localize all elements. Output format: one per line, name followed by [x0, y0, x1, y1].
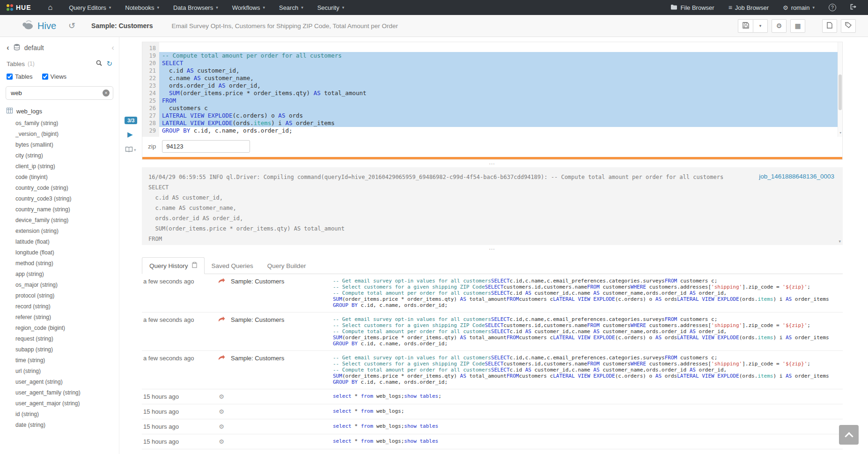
code-line[interactable]: ords.order_id AS order_id, — [159, 82, 838, 89]
logout-button[interactable] — [843, 0, 864, 15]
clear-search-icon[interactable]: × — [103, 89, 110, 97]
settings-button[interactable]: ⚙ — [772, 19, 787, 33]
resize-handle[interactable]: ⋯ — [142, 160, 843, 167]
editor-code[interactable]: -- Compute total amount per order for al… — [159, 42, 842, 137]
code-line[interactable]: SELECT — [159, 60, 838, 67]
column-item[interactable]: id (string) — [15, 409, 119, 420]
column-item[interactable]: latitude (float) — [15, 237, 119, 247]
query-icon — [212, 355, 231, 362]
column-item[interactable]: client_ip (string) — [15, 161, 119, 172]
collapse-sidebar-icon[interactable]: ‹ — [111, 43, 114, 52]
column-item[interactable]: region_code (bigint) — [15, 323, 119, 334]
nav-menu-workflows[interactable]: Workflows▾ — [225, 0, 272, 15]
code-line[interactable]: LATERAL VIEW EXPLODE(ords.items) i AS or… — [159, 119, 838, 127]
tab-saved-queries[interactable]: Saved Queries — [205, 257, 260, 274]
tab-query-history[interactable]: Query History — [142, 257, 205, 274]
save-button[interactable] — [738, 19, 753, 33]
home-icon[interactable]: ⌂ — [39, 3, 62, 12]
hue-logo[interactable]: HUE — [0, 4, 39, 11]
tab-query-builder[interactable]: Query Builder — [260, 257, 313, 274]
tables-checkbox[interactable] — [7, 74, 13, 80]
column-item[interactable]: os_major (string) — [15, 280, 119, 290]
history-row[interactable]: 15 hours ago⚙select * from web_logs;show… — [142, 449, 843, 454]
database-name[interactable]: default — [24, 44, 44, 52]
save-dropdown-button[interactable]: ▾ — [753, 19, 768, 33]
column-item[interactable]: protocol (string) — [15, 290, 119, 301]
column-item[interactable]: user_agent (string) — [15, 377, 119, 387]
column-item[interactable]: longitude (float) — [15, 247, 119, 258]
column-item[interactable]: country_code (string) — [15, 183, 119, 194]
history-row[interactable]: 15 hours ago⚙select * from web_logs; — [142, 404, 843, 419]
code-line[interactable]: -- Compute total amount per order for al… — [159, 52, 838, 60]
code-line[interactable]: SUM(order_items.price * order_items.qty)… — [159, 89, 838, 97]
column-item[interactable]: method (string) — [15, 258, 119, 269]
search-icon[interactable] — [96, 60, 102, 67]
job-link[interactable]: job_1461888648136_0003 — [759, 173, 834, 180]
column-item[interactable]: app (string) — [15, 269, 119, 280]
schedule-button[interactable]: ▦ — [790, 19, 805, 33]
resize-handle[interactable]: ⋯ — [142, 245, 843, 253]
tags-button[interactable] — [841, 19, 856, 33]
views-checkbox[interactable] — [42, 74, 48, 80]
nav-menu-security[interactable]: Security▾ — [310, 0, 352, 15]
code-line[interactable]: GROUP BY c.id, c.name, ords.order_id; — [159, 127, 838, 134]
column-item[interactable]: subapp (string) — [15, 344, 119, 355]
column-item[interactable]: bytes (smallint) — [15, 140, 119, 150]
column-item[interactable]: country_code3 (string) — [15, 194, 119, 204]
user-menu[interactable]: ⚙ romain ▾ — [776, 0, 822, 15]
history-row[interactable]: 15 hours ago⚙select * from web_logs;show… — [142, 389, 843, 404]
code-line[interactable] — [159, 45, 838, 52]
column-item[interactable]: user_agent_major (string) — [15, 398, 119, 409]
column-item[interactable]: _version_ (bigint) — [15, 129, 119, 140]
code-line[interactable]: customers c — [159, 104, 838, 112]
code-line[interactable]: c.name AS customer_name, — [159, 74, 838, 82]
code-editor[interactable]: 181920212223242526272829 -- Compute tota… — [142, 42, 842, 137]
refresh-icon[interactable]: ↻ — [106, 60, 112, 68]
column-item[interactable]: device_family (string) — [15, 215, 119, 226]
column-item[interactable]: extension (string) — [15, 226, 119, 237]
query-history-icon[interactable]: ↺ — [68, 21, 75, 31]
file-browser-button[interactable]: File Browser — [663, 0, 721, 15]
variable-input[interactable] — [162, 140, 250, 153]
history-row[interactable]: 15 hours ago⚙select * from web_logs;show… — [142, 434, 843, 449]
column-item[interactable]: referer (string) — [15, 312, 119, 323]
column-item[interactable]: request (string) — [15, 334, 119, 344]
column-item[interactable]: code (tinyint) — [15, 172, 119, 183]
history-row[interactable]: 15 hours ago⚙select * from web_logs;show… — [142, 419, 843, 434]
nav-menu-data-browsers[interactable]: Data Browsers▾ — [166, 0, 225, 15]
editor-scrollbar[interactable]: ▾ — [838, 42, 842, 137]
assist-docs-button[interactable]: ▾ — [125, 146, 136, 154]
column-item[interactable]: time (string) — [15, 355, 119, 366]
nav-menu-query-editors[interactable]: Query Editors▾ — [62, 0, 118, 15]
nav-menu-notebooks[interactable]: Notebooks▾ — [118, 0, 166, 15]
column-item[interactable]: os_family (string) — [15, 118, 119, 129]
column-item[interactable]: user_agent_family (string) — [15, 387, 119, 398]
history-row[interactable]: a few seconds agoSample: Customers-- Get… — [142, 351, 843, 389]
history-row[interactable]: a few seconds agoSample: Customers-- Get… — [142, 274, 843, 313]
scrollbar-down-icon[interactable]: ▾ — [839, 239, 841, 244]
history-row[interactable]: a few seconds agoSample: Customers-- Get… — [142, 313, 843, 351]
job-browser-button[interactable]: ≡ Job Browser — [721, 0, 776, 15]
new-document-button[interactable] — [822, 19, 837, 33]
help-button[interactable]: ? — [822, 0, 843, 15]
history-sql: select * from web_logs;show tables — [333, 423, 843, 429]
column-item[interactable]: url (string) — [15, 366, 119, 377]
column-item[interactable]: city (string) — [15, 150, 119, 161]
execute-button[interactable]: ▶ — [127, 130, 133, 139]
hive-brand[interactable]: Hive — [22, 20, 56, 32]
scrollbar-down-icon[interactable]: ▾ — [839, 129, 842, 136]
code-line[interactable]: LATERAL VIEW EXPLODE(c.orders) o AS ords — [159, 112, 838, 119]
scroll-top-button[interactable] — [839, 425, 859, 445]
code-line[interactable]: c.id AS customer_id, — [159, 67, 838, 74]
code-line[interactable]: FROM — [159, 97, 838, 104]
back-icon[interactable]: ‹ — [7, 43, 9, 52]
views-filter[interactable]: Views — [42, 73, 66, 80]
nav-menu-search[interactable]: Search▾ — [272, 0, 310, 15]
table-grid-icon — [7, 108, 13, 115]
column-item[interactable]: record (string) — [15, 301, 119, 312]
column-item[interactable]: date (string) — [15, 420, 119, 431]
table-item[interactable]: web_logs — [0, 104, 119, 117]
table-search-input[interactable] — [6, 86, 113, 100]
tables-filter[interactable]: Tables — [7, 73, 33, 80]
column-item[interactable]: country_name (string) — [15, 204, 119, 215]
